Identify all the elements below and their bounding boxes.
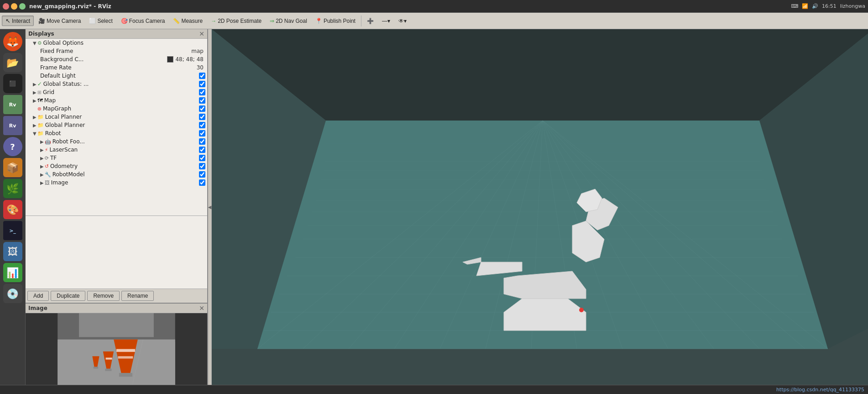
keyboard-icon: ⌨ [791, 3, 798, 9]
tree-item-robot-footprint[interactable]: ▶ 🤖 Robot Foo... [26, 137, 207, 146]
tree-item-grid[interactable]: ▶ ⊞ Grid [26, 88, 207, 96]
dock-icon-green[interactable]: 🌿 [3, 179, 22, 198]
close-button[interactable] [3, 3, 9, 10]
measure-button[interactable]: 📏 Measure [169, 16, 206, 26]
add-button[interactable]: Add [27, 291, 49, 301]
pose-estimate-label: 2D Pose Estimate [218, 18, 261, 24]
odometry-checkbox[interactable] [199, 163, 205, 169]
robot-footprint-label: Robot Foo... [52, 138, 198, 145]
collapse-arrow-icon: ◀ [208, 205, 212, 210]
tree-item-mapgraph[interactable]: ▶ ⊗ MapGraph [26, 105, 207, 113]
interact-icon: ↖ [5, 17, 10, 24]
dock-icon-files[interactable]: 📂 [3, 53, 22, 72]
global-status-checkbox[interactable] [199, 81, 205, 87]
image-panel-title: Image [28, 305, 47, 311]
local-planner-arrow: ▶ [33, 115, 37, 120]
focus-camera-button[interactable]: 🎯 Focus Camera [117, 16, 169, 26]
svg-rect-13 [106, 357, 112, 359]
image-checkbox[interactable] [199, 179, 205, 186]
pose-estimate-icon: → [211, 18, 216, 24]
interact-label: Interact [12, 18, 30, 24]
tree-item-global-planner[interactable]: ▶ 📁 Global Planner [26, 121, 207, 129]
robot-footprint-arrow: ▶ [40, 139, 44, 144]
measure-icon: 📏 [173, 18, 180, 24]
rename-button[interactable]: Rename [121, 291, 154, 301]
add-axis-button[interactable]: ➕ [363, 16, 377, 26]
robot-checkbox[interactable] [199, 130, 205, 137]
tree-item-image[interactable]: ▶ 🖼 Image [26, 179, 207, 187]
tree-item-frame-rate[interactable]: Frame Rate 30 [26, 63, 207, 72]
pose-estimate-button[interactable]: → 2D Pose Estimate [207, 16, 265, 26]
dock-icon-package[interactable]: 📦 [3, 158, 22, 177]
minimize-button[interactable] [11, 3, 17, 10]
tree-item-global-status[interactable]: ▶ ✓ Global Status: ... [26, 80, 207, 88]
background-color-value: 48; 48; 48 [175, 56, 204, 63]
tree-item-robot[interactable]: ▼ 📁 Robot [26, 129, 207, 137]
tree-item-laser-scan[interactable]: ▶ ⚡ LaserScan [26, 146, 207, 154]
robot-footprint-checkbox[interactable] [199, 138, 205, 145]
interact-button[interactable]: ↖ Interact [2, 16, 34, 26]
maximize-button[interactable] [19, 3, 26, 10]
minus-button[interactable]: —▾ [378, 16, 394, 26]
move-camera-button[interactable]: 🎥 Move Camera [35, 16, 84, 26]
tree-item-global-options[interactable]: ▼ ⚙ Global Options [26, 39, 207, 47]
dock-icon-sheets[interactable]: 📊 [3, 263, 22, 282]
view-button[interactable]: 👁▾ [395, 16, 410, 26]
tree-item-fixed-frame[interactable]: Fixed Frame map [26, 47, 207, 55]
duplicate-button[interactable]: Duplicate [51, 291, 85, 301]
map-checkbox[interactable] [199, 97, 205, 104]
local-planner-checkbox[interactable] [199, 114, 205, 120]
background-color-swatch [167, 56, 173, 63]
odometry-arrow: ▶ [40, 164, 44, 169]
svg-rect-8 [119, 373, 132, 377]
dock-icon-colors[interactable]: 🎨 [3, 200, 22, 219]
select-button[interactable]: ⬜ Select [85, 16, 116, 26]
mapgraph-checkbox[interactable] [199, 105, 205, 112]
image-panel-close[interactable]: ✕ [199, 305, 204, 312]
grid-checkbox[interactable] [199, 89, 205, 95]
laser-scan-checkbox[interactable] [199, 147, 205, 153]
image-label: Image [51, 179, 198, 186]
select-icon: ⬜ [89, 18, 96, 24]
nav-goal-button[interactable]: ⇒ 2D Nav Goal [266, 16, 311, 26]
svg-rect-9 [116, 349, 135, 352]
global-status-check-icon: ✓ [37, 81, 42, 87]
publish-point-button[interactable]: 📍 Publish Point [312, 16, 359, 26]
global-planner-checkbox[interactable] [199, 122, 205, 128]
panel-collapse-handle[interactable]: ◀ [208, 29, 212, 385]
dock-icon-dvd[interactable]: 💿 [3, 284, 22, 303]
tree-item-robot-model[interactable]: ▶ 🔧 RobotModel [26, 170, 207, 179]
nav-goal-icon: ⇒ [270, 18, 274, 24]
publish-point-label: Publish Point [324, 18, 356, 24]
system-icons: ⌨ 📶 🔊 16:51 lizhongwa [791, 3, 865, 9]
displays-close[interactable]: ✕ [199, 30, 204, 37]
statusbar: https://blog.csdn.net/qq_41133375 [0, 385, 868, 394]
tree-item-map[interactable]: ▶ 🗺 Map [26, 96, 207, 105]
user-label: lizhongwa [840, 3, 865, 9]
3d-viewport[interactable] [212, 29, 868, 385]
map-icon: 🗺 [37, 97, 43, 104]
remove-button[interactable]: Remove [87, 291, 120, 301]
tf-checkbox[interactable] [199, 155, 205, 161]
grid-canvas-svg [212, 29, 868, 385]
properties-area [26, 215, 207, 289]
dock-icon-firefox[interactable]: 🦊 [3, 32, 22, 51]
dock-icon-help[interactable]: ? [3, 137, 22, 156]
tree-item-local-planner[interactable]: ▶ 📁 Local Planner [26, 113, 207, 121]
dock-icon-photo[interactable]: 🖼 [3, 242, 22, 261]
svg-rect-4 [175, 313, 207, 385]
dock-icon-rviz1[interactable]: Rv [3, 95, 22, 114]
background-color-label: Background C... [40, 56, 167, 63]
robot-model-checkbox[interactable] [199, 171, 205, 178]
default-light-checkbox[interactable] [199, 73, 205, 79]
tree-item-default-light[interactable]: Default Light [26, 72, 207, 80]
tree-item-odometry[interactable]: ▶ ↺ Odometry [26, 162, 207, 170]
toolbar: ↖ Interact 🎥 Move Camera ⬜ Select 🎯 Focu… [0, 13, 868, 29]
dock-icon-terminal2[interactable]: >_ [3, 221, 22, 240]
tree-item-background-color[interactable]: Background C... 48; 48; 48 [26, 55, 207, 63]
tree-container[interactable]: ▼ ⚙ Global Options Fixed Frame map Backg… [26, 39, 207, 215]
tree-item-tf[interactable]: ▶ ⟳ TF [26, 154, 207, 162]
dock-icon-rviz2[interactable]: Rv [3, 116, 22, 135]
dock-icon-terminal[interactable]: ⬛ [3, 74, 22, 93]
select-label: Select [97, 18, 112, 24]
